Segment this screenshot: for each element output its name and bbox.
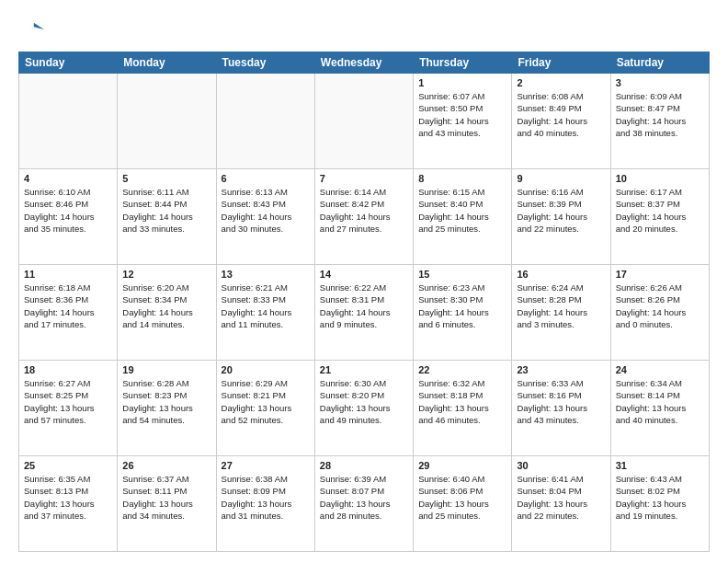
day-info: Sunrise: 6:26 AM Sunset: 8:26 PM Dayligh… (616, 282, 704, 330)
day-info: Sunrise: 6:18 AM Sunset: 8:36 PM Dayligh… (24, 282, 112, 330)
day-number: 28 (320, 460, 408, 471)
day-info: Sunrise: 6:13 AM Sunset: 8:43 PM Dayligh… (222, 186, 310, 235)
week-row-2: 4Sunrise: 6:10 AM Sunset: 8:46 PM Daylig… (19, 169, 710, 265)
day-cell: 24Sunrise: 6:34 AM Sunset: 8:14 PM Dayli… (610, 361, 709, 456)
day-cell: 21Sunrise: 6:30 AM Sunset: 8:20 PM Dayli… (314, 361, 413, 456)
day-info: Sunrise: 6:30 AM Sunset: 8:20 PM Dayligh… (320, 377, 408, 426)
day-number: 21 (320, 364, 408, 375)
day-number: 20 (222, 364, 310, 375)
day-cell: 15Sunrise: 6:23 AM Sunset: 8:30 PM Dayli… (414, 265, 512, 361)
day-info: Sunrise: 6:20 AM Sunset: 8:34 PM Dayligh… (122, 282, 210, 330)
day-cell: 8Sunrise: 6:15 AM Sunset: 8:40 PM Daylig… (414, 169, 512, 265)
day-info: Sunrise: 6:15 AM Sunset: 8:40 PM Dayligh… (418, 186, 506, 235)
weekday-tuesday: Tuesday (216, 52, 314, 74)
day-cell: 11Sunrise: 6:18 AM Sunset: 8:36 PM Dayli… (19, 265, 118, 361)
day-info: Sunrise: 6:23 AM Sunset: 8:30 PM Dayligh… (418, 282, 506, 330)
weekday-header-row: SundayMondayTuesdayWednesdayThursdayFrid… (19, 52, 710, 74)
day-cell: 25Sunrise: 6:35 AM Sunset: 8:13 PM Dayli… (19, 456, 118, 552)
day-cell: 22Sunrise: 6:32 AM Sunset: 8:18 PM Dayli… (414, 361, 512, 456)
day-number: 11 (24, 269, 112, 280)
day-number: 12 (122, 269, 210, 280)
weekday-friday: Friday (512, 52, 610, 74)
day-number: 2 (517, 77, 605, 88)
day-info: Sunrise: 6:07 AM Sunset: 8:50 PM Dayligh… (418, 90, 506, 139)
day-cell (19, 74, 118, 169)
day-number: 27 (222, 460, 310, 471)
day-cell: 30Sunrise: 6:41 AM Sunset: 8:04 PM Dayli… (512, 456, 610, 552)
day-cell: 10Sunrise: 6:17 AM Sunset: 8:37 PM Dayli… (610, 169, 709, 265)
day-cell (118, 74, 216, 169)
day-info: Sunrise: 6:34 AM Sunset: 8:14 PM Dayligh… (616, 377, 704, 426)
day-info: Sunrise: 6:38 AM Sunset: 8:09 PM Dayligh… (222, 473, 310, 522)
day-number: 29 (418, 460, 506, 471)
day-info: Sunrise: 6:14 AM Sunset: 8:42 PM Dayligh… (320, 186, 408, 235)
day-cell: 13Sunrise: 6:21 AM Sunset: 8:33 PM Dayli… (216, 265, 314, 361)
day-cell: 12Sunrise: 6:20 AM Sunset: 8:34 PM Dayli… (118, 265, 216, 361)
day-number: 4 (24, 173, 112, 184)
day-cell: 6Sunrise: 6:13 AM Sunset: 8:43 PM Daylig… (216, 169, 314, 265)
day-cell: 3Sunrise: 6:09 AM Sunset: 8:47 PM Daylig… (610, 74, 709, 169)
weekday-saturday: Saturday (610, 52, 709, 74)
day-info: Sunrise: 6:17 AM Sunset: 8:37 PM Dayligh… (616, 186, 704, 235)
day-cell: 29Sunrise: 6:40 AM Sunset: 8:06 PM Dayli… (414, 456, 512, 552)
logo (18, 17, 48, 42)
day-cell: 28Sunrise: 6:39 AM Sunset: 8:07 PM Dayli… (314, 456, 413, 552)
day-number: 22 (418, 364, 506, 375)
day-info: Sunrise: 6:35 AM Sunset: 8:13 PM Dayligh… (24, 473, 112, 522)
day-info: Sunrise: 6:40 AM Sunset: 8:06 PM Dayligh… (418, 473, 506, 522)
day-number: 14 (320, 269, 408, 280)
day-cell: 5Sunrise: 6:11 AM Sunset: 8:44 PM Daylig… (118, 169, 216, 265)
page: SundayMondayTuesdayWednesdayThursdayFrid… (0, 0, 728, 563)
day-cell: 16Sunrise: 6:24 AM Sunset: 8:28 PM Dayli… (512, 265, 610, 361)
day-cell: 1Sunrise: 6:07 AM Sunset: 8:50 PM Daylig… (414, 74, 512, 169)
day-cell: 9Sunrise: 6:16 AM Sunset: 8:39 PM Daylig… (512, 169, 610, 265)
header (18, 17, 710, 42)
day-number: 31 (616, 460, 704, 471)
day-cell: 7Sunrise: 6:14 AM Sunset: 8:42 PM Daylig… (314, 169, 413, 265)
day-number: 9 (517, 173, 605, 184)
day-info: Sunrise: 6:22 AM Sunset: 8:31 PM Dayligh… (320, 282, 408, 330)
svg-marker-0 (34, 23, 44, 29)
day-info: Sunrise: 6:37 AM Sunset: 8:11 PM Dayligh… (122, 473, 210, 522)
weekday-thursday: Thursday (414, 52, 512, 74)
week-row-5: 25Sunrise: 6:35 AM Sunset: 8:13 PM Dayli… (19, 456, 710, 552)
day-number: 19 (122, 364, 210, 375)
weekday-wednesday: Wednesday (314, 52, 413, 74)
day-number: 13 (222, 269, 310, 280)
logo-icon (18, 17, 44, 42)
day-cell: 14Sunrise: 6:22 AM Sunset: 8:31 PM Dayli… (314, 265, 413, 361)
day-info: Sunrise: 6:28 AM Sunset: 8:23 PM Dayligh… (122, 377, 210, 426)
day-number: 18 (24, 364, 112, 375)
day-number: 8 (418, 173, 506, 184)
day-cell: 26Sunrise: 6:37 AM Sunset: 8:11 PM Dayli… (118, 456, 216, 552)
day-info: Sunrise: 6:39 AM Sunset: 8:07 PM Dayligh… (320, 473, 408, 522)
day-info: Sunrise: 6:09 AM Sunset: 8:47 PM Dayligh… (616, 90, 704, 139)
day-info: Sunrise: 6:33 AM Sunset: 8:16 PM Dayligh… (517, 377, 605, 426)
day-info: Sunrise: 6:27 AM Sunset: 8:25 PM Dayligh… (24, 377, 112, 426)
day-number: 1 (418, 77, 506, 88)
day-info: Sunrise: 6:11 AM Sunset: 8:44 PM Dayligh… (122, 186, 210, 235)
day-number: 23 (517, 364, 605, 375)
week-row-3: 11Sunrise: 6:18 AM Sunset: 8:36 PM Dayli… (19, 265, 710, 361)
day-number: 26 (122, 460, 210, 471)
day-cell (216, 74, 314, 169)
day-cell: 31Sunrise: 6:43 AM Sunset: 8:02 PM Dayli… (610, 456, 709, 552)
day-info: Sunrise: 6:10 AM Sunset: 8:46 PM Dayligh… (24, 186, 112, 235)
weekday-sunday: Sunday (19, 52, 118, 74)
day-cell: 23Sunrise: 6:33 AM Sunset: 8:16 PM Dayli… (512, 361, 610, 456)
day-cell: 17Sunrise: 6:26 AM Sunset: 8:26 PM Dayli… (610, 265, 709, 361)
day-cell: 4Sunrise: 6:10 AM Sunset: 8:46 PM Daylig… (19, 169, 118, 265)
day-number: 15 (418, 269, 506, 280)
day-cell: 19Sunrise: 6:28 AM Sunset: 8:23 PM Dayli… (118, 361, 216, 456)
day-info: Sunrise: 6:21 AM Sunset: 8:33 PM Dayligh… (222, 282, 310, 330)
week-row-4: 18Sunrise: 6:27 AM Sunset: 8:25 PM Dayli… (19, 361, 710, 456)
day-cell: 20Sunrise: 6:29 AM Sunset: 8:21 PM Dayli… (216, 361, 314, 456)
day-number: 16 (517, 269, 605, 280)
day-cell: 2Sunrise: 6:08 AM Sunset: 8:49 PM Daylig… (512, 74, 610, 169)
day-number: 6 (222, 173, 310, 184)
day-info: Sunrise: 6:08 AM Sunset: 8:49 PM Dayligh… (517, 90, 605, 139)
day-number: 3 (616, 77, 704, 88)
day-number: 25 (24, 460, 112, 471)
day-info: Sunrise: 6:16 AM Sunset: 8:39 PM Dayligh… (517, 186, 605, 235)
day-number: 30 (517, 460, 605, 471)
